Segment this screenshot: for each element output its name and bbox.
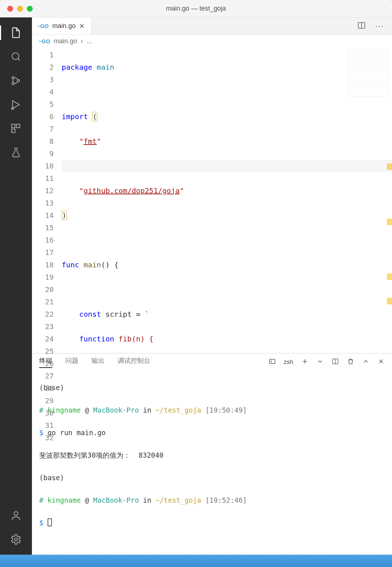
svg-point-3	[17, 80, 20, 82]
go-file-icon: ~GO	[37, 23, 49, 29]
svg-point-2	[12, 82, 14, 85]
line-number: 14	[32, 209, 54, 222]
activity-bar	[0, 17, 32, 555]
line-number: 27	[32, 370, 54, 382]
breadcrumb-rest: ...	[86, 37, 92, 45]
svg-point-1	[12, 77, 14, 79]
testing-icon[interactable]	[6, 142, 26, 163]
panel-tab-output[interactable]: 输出	[91, 356, 105, 368]
line-number: 30	[32, 407, 54, 419]
line-number: 16	[32, 234, 54, 246]
line-number: 26	[32, 357, 54, 370]
svg-rect-5	[12, 124, 15, 127]
search-icon[interactable]	[6, 46, 26, 67]
svg-rect-6	[16, 124, 20, 127]
line-number: 31	[32, 419, 54, 432]
line-number: 3	[32, 73, 54, 86]
extensions-icon[interactable]	[6, 118, 26, 139]
accounts-icon[interactable]	[6, 505, 26, 526]
svg-point-0	[12, 53, 19, 60]
terminal-cursor	[48, 518, 52, 526]
window-title: main.go — test_goja	[0, 5, 392, 12]
terminal-dropdown-icon[interactable]	[317, 358, 324, 367]
settings-gear-icon[interactable]	[6, 529, 26, 550]
line-number: 4	[32, 86, 54, 98]
go-file-icon: ~GO	[38, 38, 50, 44]
line-number: 9	[32, 147, 54, 160]
svg-rect-11	[269, 359, 275, 364]
line-number: 1	[32, 49, 54, 61]
terminal-profile-icon[interactable]	[269, 358, 276, 367]
macos-dock-strip	[0, 555, 392, 567]
line-number: 24	[32, 333, 54, 345]
line-number: 32	[32, 432, 54, 444]
more-actions-icon[interactable]: ···	[375, 21, 384, 31]
line-number: 28	[32, 382, 54, 394]
line-number: 13	[32, 197, 54, 209]
line-number: 11	[32, 172, 54, 185]
svg-point-8	[14, 511, 18, 515]
run-debug-icon[interactable]	[6, 94, 26, 115]
svg-point-9	[15, 538, 17, 541]
bottom-panel: 终端 问题 输出 调试控制台 zsh	[32, 353, 392, 555]
maximize-panel-icon[interactable]	[362, 358, 369, 367]
line-number: 8	[32, 135, 54, 147]
app-window: main.go — test_goja	[0, 0, 392, 567]
line-number: 5	[32, 98, 54, 110]
line-number: 10	[32, 160, 54, 172]
line-number: 12	[32, 185, 54, 197]
minimap[interactable]	[348, 49, 388, 97]
new-terminal-icon[interactable]	[301, 358, 309, 367]
line-number: 2	[32, 61, 54, 73]
panel-tab-debug-console[interactable]: 调试控制台	[118, 356, 150, 368]
line-number: 7	[32, 123, 54, 135]
tab-close-icon[interactable]: ✕	[79, 22, 85, 30]
line-number: 6	[32, 110, 54, 123]
line-number: 21	[32, 296, 54, 308]
line-number: 15	[32, 222, 54, 234]
kill-terminal-icon[interactable]	[347, 358, 354, 367]
tab-bar: ~GO main.go ✕ ···	[32, 17, 392, 35]
editor-actions: ···	[357, 17, 392, 35]
close-panel-icon[interactable]	[377, 358, 385, 367]
breadcrumb[interactable]: ~GO main.go › ...	[32, 35, 392, 47]
split-editor-icon[interactable]	[357, 21, 366, 31]
source-control-icon[interactable]	[6, 70, 26, 91]
svg-rect-7	[12, 129, 15, 132]
breadcrumb-file: main.go	[54, 37, 77, 45]
code-editor[interactable]: 1234567891011121314151617181920212223242…	[32, 47, 392, 353]
line-number: 18	[32, 259, 54, 271]
tab-label: main.go	[52, 22, 75, 30]
panel-tab-problems[interactable]: 问题	[65, 356, 78, 368]
line-number: 23	[32, 320, 54, 333]
line-number: 29	[32, 394, 54, 407]
line-number: 19	[32, 271, 54, 283]
panel-tab-bar: 终端 问题 输出 调试控制台 zsh	[32, 353, 392, 371]
breadcrumb-chevron-icon: ›	[81, 37, 83, 45]
tab-main-go[interactable]: ~GO main.go ✕	[32, 17, 91, 35]
titlebar: main.go — test_goja	[0, 0, 392, 17]
overview-ruler[interactable]	[387, 47, 392, 353]
line-number: 22	[32, 308, 54, 320]
line-number: 25	[32, 345, 54, 357]
line-number: 17	[32, 246, 54, 259]
line-number: 20	[32, 283, 54, 296]
split-terminal-icon[interactable]	[332, 358, 339, 367]
code-content[interactable]: package main import ( "fmt" "github.com/…	[62, 47, 392, 353]
explorer-icon[interactable]	[6, 23, 26, 43]
terminal-shell-name[interactable]: zsh	[284, 359, 293, 366]
terminal-output[interactable]: (base) # kingname @ MacBook-Pro in ~/tes…	[32, 371, 392, 555]
line-number-gutter: 1234567891011121314151617181920212223242…	[32, 47, 62, 353]
